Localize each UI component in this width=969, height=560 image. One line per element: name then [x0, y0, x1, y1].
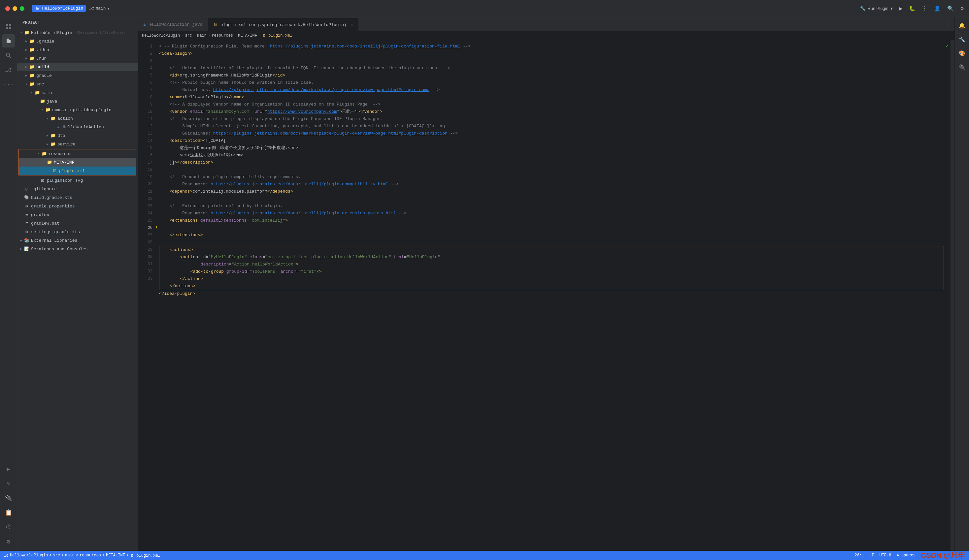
run-plugin-button[interactable]: 🔧 Run Plugin ▾ [860, 6, 893, 11]
tree-arrow-action[interactable]: ▾ [45, 116, 50, 121]
tree-item-dto[interactable]: ▶ 📁 dto [17, 131, 138, 140]
status-branch[interactable]: ⎇ HelloWorldPlugin > src > main > resour… [4, 553, 160, 558]
right-panel-notifications-icon[interactable]: 🔔 [956, 20, 968, 32]
breadcrumb-meta-inf[interactable]: META-INF [238, 33, 257, 38]
tree-item-gradlew[interactable]: ≡ gradlew [17, 210, 138, 219]
breadcrumb-project[interactable]: HelloWorldPlugin [142, 33, 180, 38]
minimize-button[interactable] [13, 6, 17, 11]
tree-arrow-main[interactable]: ▾ [29, 90, 34, 95]
tree-item-java[interactable]: ▾ 📁 java [17, 97, 138, 106]
tree-arrow-java[interactable]: ▾ [34, 99, 40, 104]
tree-arrow-src[interactable]: ▾ [24, 81, 29, 87]
activity-git-icon[interactable]: ⎇ [2, 63, 15, 76]
tree-arrow-root[interactable]: ▾ [18, 30, 24, 35]
settings-icon[interactable]: ⚙ [961, 5, 964, 12]
tree-item-action[interactable]: ▾ 📁 action [17, 114, 138, 123]
tab-menu-icon[interactable]: ⋮ [941, 18, 954, 31]
code-area[interactable]: <!-- Plugin Configuration File. Read mor… [157, 40, 944, 551]
account-icon[interactable]: 👤 [934, 5, 941, 12]
tree-item-build[interactable]: ▶ 📁 build [17, 63, 138, 71]
tree-item-com[interactable]: ▾ 📁 com.zn.opit.idea.plugin [17, 106, 138, 114]
tree-arrow-gradle2[interactable]: ▶ [24, 73, 29, 78]
code-line-24: Read more: https://plugins.jetbrains.com… [159, 210, 944, 217]
right-panel-plugin-icon[interactable]: 🔌 [956, 61, 968, 73]
tree-item-plugin-xml[interactable]: 🗎 plugin.xml [19, 166, 136, 175]
status-encoding[interactable]: UTF-8 [879, 553, 891, 558]
activity-clock-icon[interactable]: ⏱ [2, 520, 15, 533]
line-num-7: 7 [138, 86, 157, 94]
branch-info[interactable]: ⎇ main ▾ [89, 6, 110, 11]
tab-plugin-xml[interactable]: 🗎 plugin.xml (org.springframework.HelloW… [208, 18, 358, 31]
activity-project-icon[interactable] [2, 20, 15, 33]
tree-arrow-build[interactable]: ▶ [24, 64, 29, 70]
tree-item-pluginIcon[interactable]: 🗎 pluginIcon.svg [17, 176, 138, 185]
tree-arrow-service[interactable]: ▶ [45, 141, 50, 147]
tree-item-src[interactable]: ▾ 📁 src [17, 80, 138, 88]
play-icon[interactable]: ▶ [899, 5, 902, 12]
tree-item-idea[interactable]: ▶ 📁 .idea [17, 45, 138, 54]
code-line-22 [159, 195, 944, 203]
tree-item-gitignore[interactable]: ◯ .gitignore [17, 185, 138, 193]
activity-terminal-icon[interactable]: 📋 [2, 506, 15, 519]
tree-item-gradlew-bat[interactable]: ≡ gradlew.bat [17, 219, 138, 228]
tree-arrow-gradle[interactable]: ▶ [24, 38, 29, 44]
right-panel-tools-icon[interactable]: 🔧 [956, 34, 968, 45]
tree-arrow-meta-inf[interactable]: ▾ [41, 160, 47, 165]
more-icon[interactable]: ⋮ [922, 5, 927, 12]
code-line-4: <!-- Unique identifier of the plugin. It… [159, 65, 944, 72]
tree-item-external-libs[interactable]: ▶ 📚 External Libraries [17, 236, 138, 245]
status-lf[interactable]: LF [869, 553, 874, 558]
tree-item-main[interactable]: ▾ 📁 main [17, 88, 138, 97]
sidebar-content[interactable]: ▾ 📁 HelloWorldPlugin ~/Development/JavaP… [17, 28, 138, 551]
activity-settings2-icon[interactable]: ⚙ [2, 535, 15, 548]
status-position[interactable]: 26:1 [854, 553, 864, 558]
code-line-23: <!-- Extension points defined by the plu… [159, 203, 944, 210]
tree-item-service[interactable]: ▶ 📁 service [17, 140, 138, 148]
activity-files-icon[interactable] [2, 34, 15, 48]
tree-arrow-dto[interactable]: ▶ [45, 133, 50, 138]
tree-arrow-scratches[interactable]: ▶ [18, 246, 24, 252]
tree-arrow-external[interactable]: ▶ [18, 238, 24, 243]
tree-item-meta-inf[interactable]: ▾ 📁 META-INF [19, 158, 136, 166]
breadcrumb-main[interactable]: main [197, 33, 206, 38]
tree-arrow-idea[interactable]: ▶ [24, 47, 29, 52]
tab-close-plugin-xml[interactable]: ✕ [351, 23, 353, 27]
debug-icon[interactable]: 🐛 [909, 5, 916, 12]
close-button[interactable] [5, 6, 10, 11]
tree-item-resources[interactable]: ▾ 📁 resources [19, 150, 136, 158]
activity-debug2-icon[interactable]: ✎ [2, 477, 15, 490]
right-panel-paint-icon[interactable]: 🎨 [956, 48, 968, 59]
status-meta-inf: META-INF [106, 553, 125, 558]
tree-item-HelloWorldAction[interactable]: ☕ HelloWorldAction [17, 123, 138, 131]
editor-scrollbar[interactable] [951, 40, 954, 551]
tree-item-scratches[interactable]: ▶ 📝 Scratches and Consoles [17, 245, 138, 253]
breadcrumb-plugin-xml[interactable]: 🗎 plugin.xml [262, 33, 292, 38]
activity-search-icon[interactable] [2, 49, 15, 62]
tree-label-HelloWorldAction: HelloWorldAction [63, 125, 104, 130]
code-line-25: <extensions defaultExtensionNs="com.inte… [159, 217, 944, 224]
line-num-31: 31 [138, 261, 157, 268]
tree-item-gradle-props[interactable]: ⚙ gradle.properties [17, 202, 138, 210]
validation-bar: ✓ [944, 40, 951, 551]
activity-run-icon[interactable]: ▶ [2, 462, 15, 475]
tree-item-build-gradle[interactable]: 🐘 build.gradle.kts [17, 193, 138, 202]
breadcrumb-resources[interactable]: resources [211, 33, 233, 38]
tab-HelloWorldAction[interactable]: ☕ HelloWorldAction.java [138, 18, 208, 31]
tree-arrow-resources[interactable]: ▾ [36, 151, 41, 156]
breadcrumb-src[interactable]: src [185, 33, 192, 38]
tree-item-settings-gradle[interactable]: ⚙ settings.gradle.kts [17, 228, 138, 236]
tree-item-root[interactable]: ▾ 📁 HelloWorldPlugin ~/Development/JavaP… [17, 28, 138, 37]
status-indent[interactable]: 4 spaces [896, 553, 916, 558]
activity-more-icon[interactable]: ··· [2, 78, 15, 91]
tree-item-gradle[interactable]: ▶ 📁 .gradle [17, 37, 138, 45]
tree-item-gradle2[interactable]: ▶ 📁 gradle [17, 71, 138, 80]
tree-item-run[interactable]: ▶ 📁 .run [17, 54, 138, 63]
tree-arrow-run[interactable]: ▶ [24, 56, 29, 61]
folder-icon-gradle2: 📁 [29, 73, 35, 78]
folder-icon-run: 📁 [29, 55, 35, 61]
activity-plugin-icon[interactable]: 🔌 [2, 492, 15, 505]
line-num-15: 15 [138, 145, 157, 152]
maximize-button[interactable] [20, 6, 25, 11]
tree-arrow-com[interactable]: ▾ [40, 107, 45, 113]
search-icon[interactable]: 🔍 [947, 5, 954, 12]
